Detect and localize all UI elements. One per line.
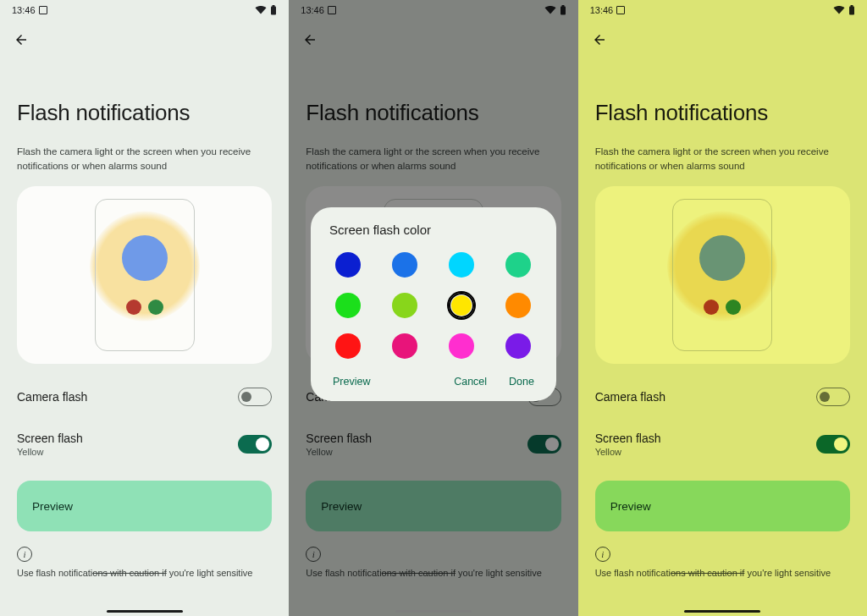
- camera-flash-row[interactable]: Camera flash: [595, 382, 850, 411]
- color-swatch-11[interactable]: [505, 333, 531, 359]
- page-title: Flash notifications: [595, 100, 850, 126]
- svg-rect-5: [850, 5, 853, 7]
- color-swatch-7[interactable]: [505, 293, 531, 318]
- dialog-cancel-button[interactable]: Cancel: [454, 376, 487, 388]
- battery-icon: [848, 5, 855, 15]
- camera-flash-toggle[interactable]: [238, 388, 272, 406]
- color-swatch-8[interactable]: [335, 333, 361, 359]
- screen-flash-value: Yellow: [17, 447, 83, 457]
- camera-flash-label: Camera flash: [17, 390, 87, 404]
- wifi-icon: [544, 6, 556, 14]
- svg-rect-4: [849, 7, 854, 15]
- dialog-title: Screen flash color: [324, 223, 543, 245]
- svg-rect-2: [561, 7, 566, 15]
- page-subtitle: Flash the camera light or the screen whe…: [595, 145, 849, 173]
- battery-icon: [560, 5, 566, 15]
- camera-flash-label: Camera flash: [595, 390, 665, 404]
- status-bar: 13:46: [578, 0, 867, 19]
- screen-flash-value: Yellow: [306, 447, 372, 457]
- screen-flash-label: Screen flash: [306, 432, 372, 445]
- svg-rect-0: [271, 7, 276, 15]
- status-app-icon: [616, 6, 625, 14]
- color-grid: [324, 245, 543, 367]
- page-subtitle: Flash the camera light or the screen whe…: [17, 145, 271, 173]
- screenshot-settings-normal: 13:46 Flash notifications Flash the came…: [0, 0, 289, 616]
- status-app-icon: [328, 6, 336, 14]
- color-swatch-0[interactable]: [335, 252, 361, 278]
- color-swatch-6[interactable]: [449, 293, 474, 318]
- dialog-done-button[interactable]: Done: [509, 376, 534, 388]
- info-icon: i: [595, 547, 610, 562]
- back-button[interactable]: [301, 30, 319, 49]
- wifi-icon: [255, 6, 267, 14]
- screen-flash-toggle[interactable]: [816, 435, 850, 454]
- screen-flash-color-dialog: Screen flash color Preview Cancel Done: [311, 207, 556, 401]
- back-button[interactable]: [12, 30, 30, 49]
- page-title: Flash notifications: [17, 100, 272, 126]
- nav-pill[interactable]: [395, 610, 472, 613]
- color-swatch-10[interactable]: [449, 333, 474, 359]
- page-title: Flash notifications: [306, 100, 561, 126]
- preview-button[interactable]: Preview: [306, 481, 561, 531]
- svg-rect-3: [561, 5, 564, 7]
- color-swatch-1[interactable]: [392, 252, 417, 278]
- phone-illustration: [672, 199, 772, 351]
- status-app-icon: [39, 6, 47, 14]
- status-time: 13:46: [12, 5, 36, 15]
- nav-pill[interactable]: [107, 610, 183, 613]
- camera-flash-row[interactable]: Camera flash: [17, 382, 272, 411]
- screen-flash-toggle[interactable]: [527, 435, 561, 454]
- illustration-card: [595, 186, 850, 364]
- wifi-icon: [833, 6, 845, 14]
- back-button[interactable]: [590, 30, 609, 49]
- phone-illustration: [95, 199, 195, 351]
- status-bar: 13:46: [289, 0, 577, 19]
- status-bar: 13:46: [0, 0, 289, 19]
- footnote-text: Use flash notifications with caution if …: [17, 567, 272, 580]
- screen-flash-value: Yellow: [595, 447, 661, 457]
- color-swatch-5[interactable]: [392, 293, 417, 318]
- info-icon: i: [306, 547, 321, 562]
- screenshot-color-dialog: 13:46 Flash notifications Flash the came…: [289, 0, 577, 616]
- footnote-text: Use flash notifications with caution if …: [595, 567, 850, 580]
- screen-flash-label: Screen flash: [17, 432, 83, 445]
- page-subtitle: Flash the camera light or the screen whe…: [306, 145, 560, 173]
- screenshot-flash-preview: 13:46 Flash notifications Flash the came…: [578, 0, 867, 616]
- screen-flash-label: Screen flash: [595, 432, 661, 445]
- screen-flash-toggle[interactable]: [238, 435, 272, 454]
- dialog-preview-button[interactable]: Preview: [333, 376, 370, 388]
- footnote-text: Use flash notifications with caution if …: [306, 567, 561, 580]
- color-swatch-2[interactable]: [449, 252, 474, 278]
- camera-flash-toggle[interactable]: [816, 388, 850, 406]
- screen-flash-row[interactable]: Screen flash Yellow: [17, 430, 272, 459]
- svg-rect-1: [273, 5, 275, 7]
- status-time: 13:46: [301, 5, 324, 15]
- nav-pill[interactable]: [684, 610, 760, 613]
- info-icon: i: [17, 547, 32, 562]
- illustration-card: [17, 186, 272, 364]
- battery-icon: [270, 5, 277, 15]
- screen-flash-row[interactable]: Screen flash Yellow: [306, 430, 561, 459]
- screen-flash-row[interactable]: Screen flash Yellow: [595, 430, 850, 459]
- color-swatch-3[interactable]: [505, 252, 531, 278]
- color-swatch-4[interactable]: [335, 293, 361, 318]
- preview-button[interactable]: Preview: [17, 481, 272, 531]
- preview-button[interactable]: Preview: [595, 481, 850, 531]
- status-time: 13:46: [590, 5, 614, 15]
- color-swatch-9[interactable]: [392, 333, 417, 359]
